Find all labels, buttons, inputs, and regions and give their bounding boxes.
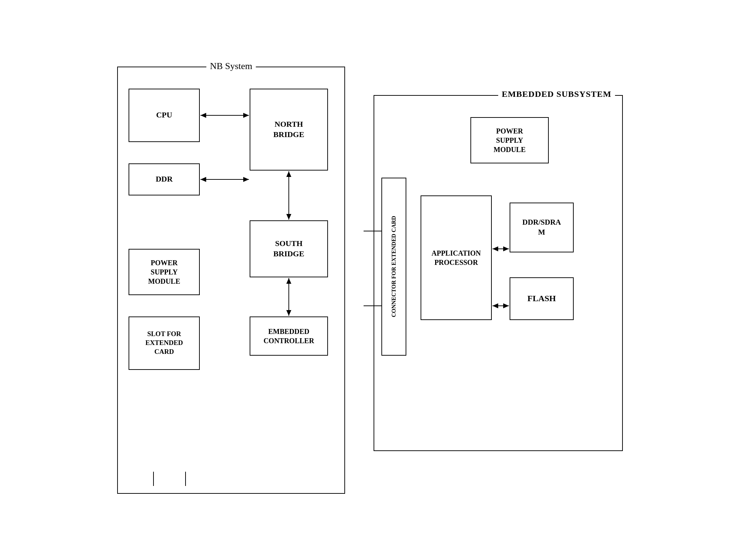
svg-marker-11: [286, 310, 291, 316]
slot-connection-lines: [118, 472, 344, 493]
svg-marker-5: [243, 177, 249, 182]
embedded-controller-label: EMBEDDEDCONTROLLER: [264, 327, 314, 345]
embedded-subsystem-box: EMBEDDED SUBSYSTEM CONNECTOR FOR EXTENDE…: [374, 95, 623, 451]
power-supply-nb-label: POWERSUPPLYMODULE: [148, 258, 180, 286]
svg-marker-10: [286, 278, 291, 284]
ddr-label: DDR: [156, 174, 173, 184]
cpu-label: CPU: [156, 110, 172, 120]
svg-marker-2: [243, 113, 249, 118]
south-bridge-label: SOUTHBRIDGE: [273, 239, 304, 259]
slot-label: SLOT FOREXTENDEDCARD: [145, 330, 183, 356]
slot-block: SLOT FOREXTENDEDCARD: [129, 316, 200, 370]
svg-marker-1: [200, 113, 206, 118]
app-processor-label: APPLICATIONPROCESSOR: [432, 248, 481, 267]
embedded-controller-block: EMBEDDEDCONTROLLER: [250, 316, 328, 356]
cpu-block: CPU: [129, 89, 200, 142]
svg-marker-7: [286, 171, 291, 177]
ddr-sdram-block: DDR/SDRAM: [510, 203, 574, 252]
flash-label: FLASH: [527, 293, 556, 304]
svg-marker-8: [286, 214, 291, 220]
north-bridge-block: NORTHBRIDGE: [250, 89, 328, 171]
power-supply-es-label: POWERSUPPLYMODULE: [494, 126, 526, 154]
nb-system-box: NB System: [117, 67, 345, 494]
power-supply-es-block: POWERSUPPLYMODULE: [470, 117, 549, 163]
south-bridge-block: SOUTHBRIDGE: [250, 220, 328, 277]
power-supply-nb-block: POWERSUPPLYMODULE: [129, 249, 200, 295]
nb-system-label: NB System: [206, 61, 256, 72]
svg-marker-4: [200, 177, 206, 182]
ddr-sdram-label: DDR/SDRAM: [522, 218, 561, 237]
flash-block: FLASH: [510, 277, 574, 320]
north-bridge-label: NORTHBRIDGE: [273, 119, 304, 140]
app-processor-block: APPLICATIONPROCESSOR: [421, 195, 492, 320]
ddr-block: DDR: [129, 163, 200, 195]
